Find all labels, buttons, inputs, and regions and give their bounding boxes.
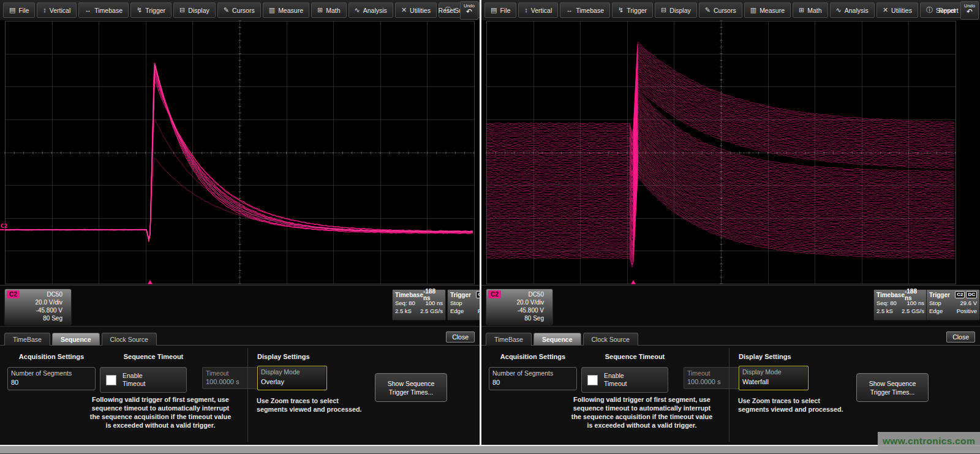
menu-item-timebase[interactable]: ↔Timebase bbox=[560, 2, 610, 18]
menu-item-label: Cursors bbox=[232, 7, 255, 14]
vertical-icon: ↕ bbox=[524, 7, 528, 13]
display-settings-heading: Display Settings bbox=[739, 353, 812, 360]
channel-descriptor[interactable]: C2 DC50 20.0 V/div -45.800 V 80 Seg bbox=[486, 289, 553, 325]
menu-item-label: Trigger bbox=[627, 7, 647, 14]
menu-item-vertical[interactable]: ↕Vertical bbox=[37, 2, 77, 18]
menu-item-trigger[interactable]: ↯Trigger bbox=[612, 2, 653, 18]
undo-button[interactable]: Undo ↶ bbox=[960, 1, 979, 20]
tab-clock-source[interactable]: Clock Source bbox=[102, 333, 157, 346]
menu-item-math[interactable]: ⊞Math bbox=[793, 2, 828, 18]
menu-item-label: Utilities bbox=[410, 7, 431, 14]
timeout-label: Timeout bbox=[206, 369, 229, 377]
trigger-icon: ↯ bbox=[618, 7, 624, 13]
zoom-traces-note: Use Zoom traces to select segments viewe… bbox=[738, 396, 851, 414]
tab-sequence[interactable]: Sequence bbox=[52, 333, 100, 346]
menu-item-measure[interactable]: ▥Measure bbox=[263, 2, 309, 18]
tab-timebase[interactable]: TimeBase bbox=[486, 333, 532, 346]
menu-bar: ▤File↕Vertical↔Timebase↯Trigger⊟Display✎… bbox=[481, 0, 980, 21]
enable-timeout-checkbox[interactable]: Enable Timeout bbox=[100, 367, 187, 393]
menu-item-label: Utilities bbox=[891, 7, 912, 14]
display-icon: ⊟ bbox=[179, 7, 185, 13]
display-mode-value: Overlay bbox=[261, 378, 284, 385]
reset-button[interactable]: Reset bbox=[439, 0, 455, 20]
menu-item-cursors[interactable]: ✎Cursors bbox=[699, 2, 742, 18]
menu-item-utilities[interactable]: ✕Utilities bbox=[876, 2, 918, 18]
timebase-perdiv: 100 ns bbox=[425, 299, 443, 307]
timebase-descriptor[interactable]: Timebase -188 ns Seq: 80 100 ns 2.5 kS 2… bbox=[873, 289, 927, 320]
undo-button[interactable]: Undo ↶ bbox=[460, 1, 478, 20]
trigger-descriptor[interactable]: Trigger C2 DC Stop 29.6 V Edge Positive bbox=[926, 289, 980, 320]
timebase-title: Timebase bbox=[876, 292, 905, 298]
tab-sequence[interactable]: Sequence bbox=[533, 333, 581, 346]
undo-icon: ↶ bbox=[461, 9, 478, 15]
menu-item-label: Vertical bbox=[50, 7, 70, 14]
menu-item-label: Timebase bbox=[94, 7, 123, 14]
menu-item-analysis[interactable]: ∿Analysis bbox=[830, 2, 875, 18]
channel-descriptor[interactable]: C2 DC50 20.0 V/div -45.800 V 80 Seg bbox=[4, 289, 72, 325]
undo-icon: ↶ bbox=[961, 9, 978, 15]
menu-item-cursors[interactable]: ✎Cursors bbox=[217, 2, 261, 18]
channel-offset: -45.800 V bbox=[36, 306, 62, 314]
close-button[interactable]: Close bbox=[446, 331, 475, 342]
menu-item-measure[interactable]: ▥Measure bbox=[744, 2, 791, 18]
timebase-seq: Seq: 80 bbox=[876, 299, 897, 307]
menu-item-math[interactable]: ⊞Math bbox=[311, 2, 347, 18]
timebase-descriptor[interactable]: Timebase -188 ns Seq: 80 100 ns 2.5 kS 2… bbox=[392, 289, 446, 320]
waveform-display[interactable] bbox=[0, 20, 480, 285]
menu-item-analysis[interactable]: ∿Analysis bbox=[349, 2, 393, 18]
reset-button[interactable]: Reset bbox=[939, 0, 956, 20]
timebase-icon: ↔ bbox=[566, 7, 573, 13]
trigger-title: Trigger bbox=[929, 292, 950, 298]
display-mode-select[interactable]: Display Mode Waterfall bbox=[739, 366, 809, 390]
sequence-timeout-heading: Sequence Timeout bbox=[109, 353, 198, 360]
timebase-samples: 2.5 kS bbox=[876, 307, 893, 315]
menu-item-file[interactable]: ▤File bbox=[484, 2, 516, 18]
cursors-icon: ✎ bbox=[705, 7, 710, 13]
checkbox-box[interactable] bbox=[587, 375, 598, 385]
menu-item-utilities[interactable]: ✕Utilities bbox=[395, 2, 437, 18]
menu-item-display[interactable]: ⊟Display bbox=[655, 2, 697, 18]
number-of-segments-value: 80 bbox=[11, 379, 18, 386]
waveform-display[interactable] bbox=[481, 20, 980, 285]
menu-item-label: Display bbox=[188, 7, 209, 14]
dialog-content: Acquisition Settings Number of Segments … bbox=[481, 346, 980, 445]
menu-items: ▤File↕Vertical↔Timebase↯Trigger⊟Display✎… bbox=[3, 2, 480, 18]
file-icon: ▤ bbox=[491, 7, 497, 13]
timebase-rate: 2.5 GS/s bbox=[902, 307, 924, 315]
number-of-segments-field[interactable]: Number of Segments 80 bbox=[7, 367, 96, 390]
display-mode-select[interactable]: Display Mode Overlay bbox=[257, 366, 327, 390]
sequence-dialog: TimeBaseSequenceClock Source Close Acqui… bbox=[0, 326, 480, 445]
trigger-type: Edge bbox=[929, 307, 943, 315]
scope-pane-left: ▤File↕Vertical↔Timebase↯Trigger⊟Display✎… bbox=[0, 0, 480, 445]
menu-item-label: Analysis bbox=[363, 7, 387, 14]
timebase-samples: 2.5 kS bbox=[395, 307, 412, 315]
show-sequence-trigger-times-button[interactable]: Show Sequence Trigger Times... bbox=[375, 373, 447, 402]
timeout-note: Following valid trigger of first segment… bbox=[87, 395, 234, 429]
menu-item-display[interactable]: ⊟Display bbox=[173, 2, 216, 18]
menu-item-label: Measure bbox=[760, 7, 785, 14]
tab-clock-source[interactable]: Clock Source bbox=[583, 333, 638, 346]
sequence-timeout-heading: Sequence Timeout bbox=[590, 353, 679, 360]
acquisition-settings-heading: Acquisition Settings bbox=[7, 353, 96, 360]
display-mode-value: Waterfall bbox=[742, 378, 769, 385]
menu-item-file[interactable]: ▤File bbox=[3, 2, 35, 18]
cursors-icon: ✎ bbox=[224, 7, 229, 13]
show-sequence-trigger-times-button[interactable]: Show Sequence Trigger Times... bbox=[856, 373, 929, 402]
channel-info: DC50 20.0 V/div -45.800 V 80 Seg bbox=[36, 290, 62, 322]
menu-item-timebase[interactable]: ↔Timebase bbox=[78, 2, 129, 18]
timebase-perdiv: 100 ns bbox=[907, 299, 924, 307]
analysis-icon: ∿ bbox=[355, 7, 360, 13]
trigger-state: Stop bbox=[450, 299, 462, 307]
tab-timebase[interactable]: TimeBase bbox=[4, 333, 50, 346]
number-of-segments-field[interactable]: Number of Segments 80 bbox=[489, 367, 577, 390]
close-button[interactable]: Close bbox=[946, 331, 975, 342]
checkbox-box[interactable] bbox=[106, 375, 116, 385]
menu-item-trigger[interactable]: ↯Trigger bbox=[130, 2, 172, 18]
trigger-descriptor[interactable]: Trigger C2 DC Stop 29.6 V Edge Positive bbox=[447, 289, 480, 320]
enable-timeout-checkbox[interactable]: Enable Timeout bbox=[581, 367, 668, 393]
menu-item-vertical[interactable]: ↕Vertical bbox=[518, 2, 558, 18]
channel-segments: 80 Seg bbox=[517, 314, 544, 322]
timebase-seq: Seq: 80 bbox=[395, 299, 415, 307]
scope-pane-right: ▤File↕Vertical↔Timebase↯Trigger⊟Display✎… bbox=[481, 0, 980, 445]
dialog-tabs: TimeBaseSequenceClock Source bbox=[4, 333, 157, 346]
